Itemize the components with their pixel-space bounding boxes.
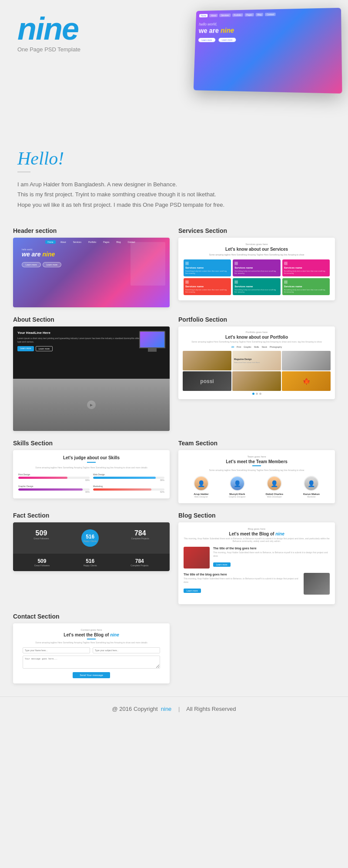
skill-web-label: Web Design: [93, 473, 164, 476]
port-subtitle: Portfolio goes here: [183, 331, 331, 333]
fact-bottom: 509 Great Followers 516 Happy Clients 78…: [13, 554, 170, 571]
filter-photo[interactable]: Photography: [270, 346, 282, 348]
skill-print-label: Print Design: [18, 473, 90, 476]
services-section-block: Services Section Services goes here Let'…: [178, 227, 335, 307]
filter-skills[interactable]: Skills: [254, 346, 259, 348]
copyright-text: @ 2016 Copyright nine: [112, 706, 172, 712]
skills-preview-box: Let's judge about our Skills Some amazin…: [13, 450, 170, 498]
sp-card-3: □ Services name Something body text cont…: [282, 259, 330, 276]
sp-card-2: □ Services name Something body text cont…: [233, 259, 280, 276]
dot-1[interactable]: [252, 393, 254, 395]
about-section-label: About Section: [13, 316, 170, 323]
monitor-area: [139, 331, 165, 353]
port-img-6: 🍁: [282, 371, 331, 391]
fact-clients-num: 516: [86, 534, 94, 540]
sp-card-1: □ Services name Something body text cont…: [184, 259, 231, 276]
fact-bottom-followers-label: Great Followers: [34, 564, 50, 567]
sp-card-title-2: Services name: [234, 266, 278, 269]
port-img-3: [282, 351, 331, 370]
email-input[interactable]: [93, 647, 160, 653]
blog-img-2: [304, 573, 330, 595]
dot-2[interactable]: [256, 393, 258, 395]
services-section-label: Services Section: [178, 227, 335, 234]
message-textarea[interactable]: [23, 656, 160, 669]
learn-more-btn-1[interactable]: Learn more: [213, 562, 231, 567]
name-input[interactable]: [23, 647, 90, 653]
about-preview-box: Your HeadLine Here Lorem ipsum a short s…: [13, 326, 170, 431]
fact-preview-box: 509 Great Followers 516 Happy Clients 78…: [13, 522, 170, 571]
footer-divider: |: [178, 706, 180, 712]
member-arup: 👤 Arup Halder Web Designer: [194, 476, 209, 498]
screen-top: HomeAboutServicesPortfolioPagesBlogConta…: [194, 8, 342, 94]
submit-button[interactable]: Send Your message: [73, 672, 110, 678]
about-light: ▶: [13, 379, 170, 431]
fact-followers: 509 Great Followers: [33, 529, 49, 547]
member-role-arup: Web Designer: [194, 495, 209, 498]
hello-p2: This is my first project. Tryint to make…: [17, 189, 331, 199]
port-desc: Some amazing tagline Here Something Amaz…: [183, 340, 331, 343]
portfolio-section-label: Portfolio Section: [178, 316, 335, 323]
header-section-block: Header section Home About Services Portf…: [13, 227, 170, 307]
nav-about: About: [58, 240, 68, 244]
team-section-label: Team Section: [178, 440, 335, 447]
monitor-stand: [148, 348, 157, 352]
sp-card-title-1: Services name: [185, 266, 229, 269]
port-cell-1: [183, 351, 231, 370]
logo-subtitle: One Page PSD Template: [17, 46, 80, 53]
team-desc: Some amazing tagline Here Something Amaz…: [184, 469, 330, 471]
about-btn2[interactable]: Learn more: [36, 346, 53, 351]
fact-bottom-clients-label: Happy Clients: [84, 564, 97, 567]
sp-card-title-6: Services name: [284, 285, 328, 288]
fact-bottom-projects-num: 784: [130, 558, 148, 564]
skill-graphic-label: Graphic Design: [18, 485, 90, 488]
sp-card-4: □ Services name Something body text cont…: [184, 278, 231, 295]
filter-print[interactable]: Print: [237, 346, 241, 348]
mockup-area: HomeAboutServicesPortfolioPagesBlogConta…: [165, 13, 331, 135]
top-section: nine One Page PSD Template HomeAboutServ…: [0, 0, 348, 144]
sp-card-title-4: Services name: [185, 285, 229, 288]
sp-subtitle: Services goes here: [184, 243, 330, 246]
about-btn1[interactable]: Learn more: [17, 346, 34, 351]
blog-content-2: The title of the blog goes here This mor…: [184, 573, 300, 595]
sections-grid: Header section Home About Services Portf…: [0, 219, 348, 692]
contact-preview: Contact goes here Let's meet the Blog of…: [13, 623, 170, 683]
skills-desc: Some amazing tagline Here Something Amaz…: [18, 466, 164, 469]
contact-desc: Some amazing tagline Here Something Amaz…: [18, 641, 164, 644]
header-preview: Home About Services Portfolio Pages Blog…: [13, 238, 170, 307]
contact-form: Send Your message: [18, 647, 164, 678]
fact-projects: 784 Complete Projects: [131, 529, 149, 547]
filter-all[interactable]: All: [231, 346, 234, 348]
sp-card-6: □ Services name Something body text cont…: [282, 278, 330, 295]
filter-graphic[interactable]: Graphic: [244, 346, 251, 348]
hp-btn1[interactable]: Learn more: [22, 262, 41, 267]
skill-marketing-pct: 82%: [93, 491, 164, 493]
logo: nine: [17, 13, 80, 44]
hp-btn2[interactable]: Learn more: [43, 262, 62, 267]
fact-bottom-projects-label: Complete Projects: [130, 564, 148, 567]
port-cell-5: [232, 371, 281, 391]
portfolio-section-block: Portfolio Section Portfolio goes here Le…: [178, 316, 335, 431]
port-grid: Magazine Design Some text here some text…: [183, 351, 331, 391]
dot-3[interactable]: [259, 393, 261, 395]
avatar-arup: 👤: [194, 476, 209, 491]
header-section-label: Header section: [13, 227, 170, 234]
skill-marketing-label: Marketing: [93, 485, 164, 488]
nav-home: Home: [45, 240, 55, 244]
sp-icon-2: □: [234, 262, 238, 265]
fact-preview: 509 Great Followers 516 Happy Clients 78…: [13, 522, 170, 571]
fact-clients: 516 Happy Clients: [81, 529, 99, 547]
rights-text: All Rights Reserved: [186, 706, 236, 712]
brand-link[interactable]: nine: [161, 706, 172, 712]
fact-followers-label: Great Followers: [33, 537, 49, 540]
nav-services: Services: [71, 240, 84, 244]
nav-blog: Blog: [114, 240, 123, 244]
filter-stock[interactable]: Stock: [261, 346, 267, 348]
learn-more-btn-2[interactable]: Learn more: [184, 589, 201, 593]
contact-section-block: Contact Section Contact goes here Let's …: [13, 613, 170, 683]
fact-bottom-clients-num: 516: [84, 558, 97, 564]
portfolio-preview-box: Portfolio goes here Let's know about our…: [178, 326, 335, 399]
avatar-munyit: 👤: [230, 476, 245, 491]
contact-section-label: Contact Section: [13, 613, 170, 620]
footer: @ 2016 Copyright nine | All Rights Reser…: [0, 696, 348, 721]
logo-area: nine One Page PSD Template: [17, 13, 80, 53]
